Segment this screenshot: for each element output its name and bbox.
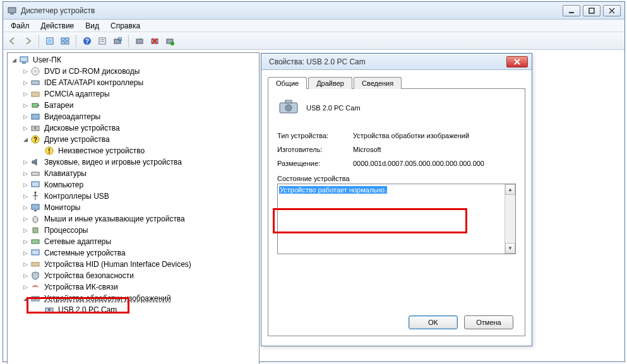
show-hidden-button[interactable] [43, 34, 57, 48]
tree-item[interactable]: ▷Видеоадаптеры [8, 111, 259, 122]
enable-button[interactable] [163, 34, 177, 48]
expand-icon[interactable]: ▷ [21, 181, 29, 189]
collapse-icon[interactable]: ◢ [10, 56, 18, 64]
svg-rect-7 [48, 39, 52, 43]
tree-item[interactable]: ▷Клавиатуры [8, 168, 259, 179]
tree-item[interactable]: ▷Дисковые устройства [8, 122, 259, 134]
cpu-icon [30, 225, 40, 235]
properties-button[interactable] [95, 34, 109, 48]
tree-item[interactable]: ▷Мыши и иные указывающие устройства [8, 213, 259, 225]
expand-icon[interactable]: ▷ [21, 204, 29, 211]
tree-item[interactable]: ▷Сетевые адаптеры [8, 236, 259, 247]
svg-point-57 [285, 105, 292, 111]
dialog-close-button[interactable] [506, 56, 528, 68]
tab-driver[interactable]: Драйвер [308, 77, 352, 89]
svg-rect-25 [20, 57, 28, 62]
expand-icon[interactable]: ▷ [21, 79, 29, 86]
expand-icon[interactable]: ▷ [21, 226, 29, 234]
tree-item[interactable]: ▷Контроллеры USB [8, 191, 259, 202]
infrared-icon [30, 282, 40, 292]
tree-item[interactable]: ▷Компьютер [8, 179, 259, 191]
expand-icon[interactable]: ▷ [21, 170, 29, 177]
minimize-button[interactable] [563, 5, 580, 16]
expand-icon[interactable]: ▷ [21, 283, 29, 291]
dialog-tabs: Общие Драйвер Сведения [268, 74, 525, 89]
disk-icon [30, 123, 40, 133]
expand-icon[interactable]: ▷ [21, 124, 29, 132]
computer-node-icon [30, 180, 40, 190]
expand-icon[interactable]: ▷ [21, 238, 29, 245]
scroll-down-icon[interactable]: ▼ [505, 243, 515, 254]
highlight-box-tree [27, 297, 129, 314]
update-driver-button[interactable] [133, 34, 146, 48]
svg-rect-31 [32, 103, 38, 107]
network-icon [30, 237, 40, 247]
expand-icon[interactable]: ▷ [21, 113, 29, 120]
expand-icon[interactable]: ▷ [21, 261, 29, 268]
svg-rect-46 [33, 228, 38, 233]
maximize-button[interactable] [583, 5, 600, 16]
tree-item[interactable]: ▷Мониторы [8, 202, 259, 213]
expand-icon[interactable]: ▷ [21, 68, 29, 75]
window-title: Диспетчер устройств [21, 6, 563, 15]
tab-general[interactable]: Общие [268, 77, 307, 89]
cancel-button[interactable]: Отмена [464, 315, 513, 329]
svg-rect-44 [34, 210, 37, 211]
svg-rect-48 [32, 250, 39, 255]
svg-rect-40 [32, 172, 39, 175]
sound-icon [30, 157, 40, 167]
svg-text:?: ? [85, 38, 89, 45]
svg-rect-49 [32, 262, 39, 266]
nav-forward-button[interactable] [21, 34, 35, 48]
close-button[interactable] [603, 5, 621, 16]
svg-rect-19 [136, 39, 143, 44]
tree-root[interactable]: ◢User-ПК [8, 54, 259, 66]
scrollbar[interactable]: ▲ ▼ [505, 184, 515, 254]
view-by-type-button[interactable] [58, 34, 72, 48]
menu-help[interactable]: Справка [105, 20, 145, 32]
tree-item-other-devices[interactable]: ◢?Другие устройства [8, 134, 259, 145]
device-large-icon [277, 98, 300, 118]
svg-rect-11 [66, 42, 69, 44]
svg-rect-8 [61, 38, 64, 40]
tree-item[interactable]: ▷Устройства безопасности [8, 270, 259, 281]
menu-view[interactable]: Вид [80, 20, 104, 32]
tree-item[interactable]: ▷IDE ATA/ATAPI контроллеры [8, 77, 259, 88]
uninstall-button[interactable] [148, 34, 162, 48]
device-tree[interactable]: ◢User-ПК ▷DVD и CD-ROM дисководы ▷IDE AT… [8, 54, 259, 315]
tree-item[interactable]: ▷DVD и CD-ROM дисководы [8, 66, 259, 77]
expand-icon[interactable]: ▷ [21, 158, 29, 166]
expand-icon[interactable]: ▷ [21, 192, 29, 200]
expand-icon[interactable]: ▷ [21, 215, 29, 223]
scroll-up-icon[interactable]: ▲ [505, 184, 515, 195]
expand-icon[interactable]: ▷ [21, 102, 29, 109]
tab-details[interactable]: Сведения [354, 77, 402, 89]
ok-button[interactable]: OK [409, 315, 458, 329]
monitor-icon [30, 203, 40, 213]
security-icon [30, 271, 40, 281]
tree-item[interactable]: ▷Батареи [8, 100, 259, 111]
svg-rect-0 [8, 8, 16, 13]
scan-hardware-button[interactable] [110, 34, 124, 48]
device-tree-panel: ◢User-ПК ▷DVD и CD-ROM дисководы ▷IDE AT… [7, 52, 260, 364]
tree-item[interactable]: ▷Процессоры [8, 225, 259, 236]
nav-back-button[interactable] [6, 34, 20, 48]
status-text-selected: Устройство работает нормально. [279, 186, 387, 194]
tree-item[interactable]: ▷PCMCIA адаптеры [8, 88, 259, 100]
menu-action[interactable]: Действие [36, 20, 80, 32]
help-button[interactable]: ? [80, 34, 94, 48]
expand-icon[interactable]: ▷ [21, 272, 29, 279]
svg-rect-47 [32, 240, 39, 244]
tree-item[interactable]: ▷Устройства ИК-связи [8, 281, 259, 293]
toolbar: ? [3, 32, 624, 50]
collapse-icon[interactable]: ◢ [21, 136, 29, 143]
expand-icon[interactable]: ▷ [21, 90, 29, 98]
tree-item[interactable]: ▷Звуковые, видео и игровые устройства [8, 156, 259, 168]
menu-file[interactable]: Файл [6, 20, 35, 32]
tree-item[interactable]: ▷Устройства HID (Human Interface Devices… [8, 259, 259, 270]
svg-rect-30 [32, 92, 39, 97]
tree-item[interactable]: ▷Системные устройства [8, 247, 259, 259]
value-location: 0000.001d.0007.005.000.000.000.000.000 [353, 160, 516, 167]
tree-item-unknown-device[interactable]: !Неизвестное устройство [8, 145, 259, 156]
expand-icon[interactable]: ▷ [21, 249, 29, 257]
